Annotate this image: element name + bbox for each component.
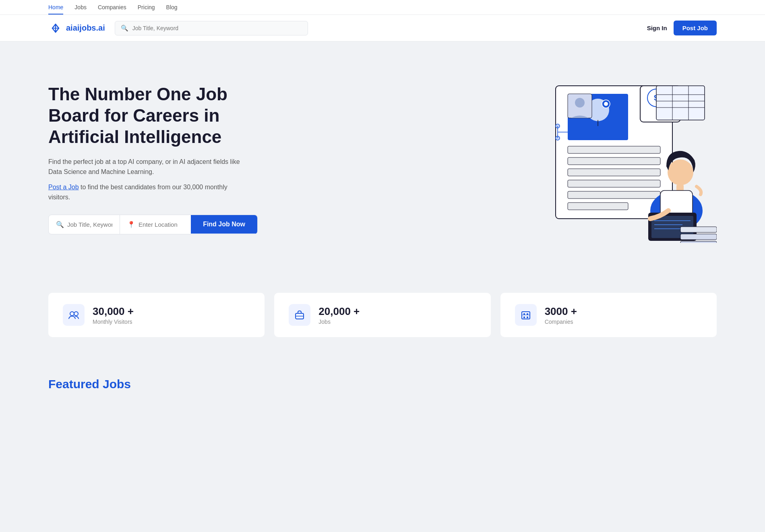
svg-rect-53 xyxy=(527,317,528,318)
post-job-button[interactable]: Post Job xyxy=(674,21,717,35)
svg-rect-52 xyxy=(523,317,525,318)
hero-keyword-field: 🔍 xyxy=(49,215,120,234)
svg-point-11 xyxy=(604,102,608,106)
stat-jobs-label: Jobs xyxy=(318,319,360,325)
stat-companies-icon-wrap xyxy=(515,304,537,326)
hero-location-input[interactable] xyxy=(139,221,184,228)
stat-jobs-info: 20,000 + Jobs xyxy=(318,305,360,325)
svg-rect-50 xyxy=(523,313,525,315)
nav-jobs[interactable]: Jobs xyxy=(74,4,87,14)
header-search-icon: 🔍 xyxy=(121,25,128,32)
stat-visitors-number: 30,000 + xyxy=(93,305,134,318)
header-search-input[interactable] xyxy=(132,25,302,31)
building-icon xyxy=(520,309,531,321)
svg-point-30 xyxy=(668,159,693,185)
svg-rect-39 xyxy=(680,234,717,240)
stat-visitors-icon-wrap xyxy=(63,304,85,326)
top-nav: Home Jobs Companies Pricing Blog xyxy=(0,0,765,15)
hero-section: The Number One Job Board for Careers in … xyxy=(0,41,765,269)
nav-pricing[interactable]: Pricing xyxy=(138,4,155,14)
nav-home[interactable]: Home xyxy=(48,4,63,14)
stat-companies-info: 3000 + Companies xyxy=(545,305,577,325)
svg-rect-38 xyxy=(680,227,717,232)
hero-illustration: $ xyxy=(523,74,717,244)
svg-point-19 xyxy=(575,98,585,108)
svg-rect-4 xyxy=(568,169,660,176)
keyword-search-icon: 🔍 xyxy=(56,221,64,228)
hero-subtitle: Find the perfect job at a top AI company… xyxy=(48,157,250,177)
stat-visitors-info: 30,000 + Monthly Visitors xyxy=(93,305,134,325)
hero-location-field: 📍 xyxy=(120,215,191,234)
stat-visitors-label: Monthly Visitors xyxy=(93,319,134,325)
svg-point-46 xyxy=(74,312,78,316)
hero-post-job-text: Post a Job to find the best candidates f… xyxy=(48,182,250,203)
header: aiaijobs.ai 🔍 Sign In Post Job xyxy=(0,15,765,41)
hero-title: The Number One Job Board for Careers in … xyxy=(48,84,282,147)
hero-content: The Number One Job Board for Careers in … xyxy=(48,84,282,234)
svg-rect-40 xyxy=(680,241,717,243)
stat-card-companies: 3000 + Companies xyxy=(500,293,717,337)
svg-rect-2 xyxy=(568,146,660,153)
users-icon xyxy=(68,309,79,321)
header-search-bar[interactable]: 🔍 xyxy=(115,21,308,35)
briefcase-icon xyxy=(294,309,305,321)
location-pin-icon: 📍 xyxy=(127,221,135,228)
svg-rect-23 xyxy=(656,86,705,120)
logo-icon xyxy=(48,21,63,35)
stats-section: 30,000 + Monthly Visitors 20,000 + Jobs xyxy=(0,269,765,369)
logo[interactable]: aiaijobs.ai xyxy=(48,21,105,35)
stat-card-jobs: 20,000 + Jobs xyxy=(274,293,490,337)
header-actions: Sign In Post Job xyxy=(647,21,717,35)
svg-rect-51 xyxy=(527,313,528,315)
sign-in-button[interactable]: Sign In xyxy=(647,25,667,31)
hero-keyword-input[interactable] xyxy=(67,221,112,228)
hero-search-bar: 🔍 📍 Find Job Now xyxy=(48,215,258,234)
svg-rect-49 xyxy=(522,312,530,319)
hero-post-job-link[interactable]: Post a Job xyxy=(48,184,79,190)
stat-jobs-number: 20,000 + xyxy=(318,305,360,318)
stat-companies-label: Companies xyxy=(545,319,577,325)
nav-companies[interactable]: Companies xyxy=(98,4,126,14)
svg-rect-3 xyxy=(568,157,660,165)
svg-rect-5 xyxy=(568,180,660,187)
stat-card-visitors: 30,000 + Monthly Visitors xyxy=(48,293,265,337)
nav-blog[interactable]: Blog xyxy=(166,4,178,14)
featured-section: Featured Jobs xyxy=(0,369,765,415)
svg-rect-6 xyxy=(568,191,660,199)
find-job-button[interactable]: Find Job Now xyxy=(191,215,257,234)
svg-point-45 xyxy=(70,312,74,316)
svg-rect-7 xyxy=(568,203,628,210)
top-nav-links: Home Jobs Companies Pricing Blog xyxy=(48,0,717,14)
stat-companies-number: 3000 + xyxy=(545,305,577,318)
stat-jobs-icon-wrap xyxy=(289,304,310,326)
logo-text: aiaijobs.ai xyxy=(66,23,105,33)
featured-jobs-title: Featured Jobs xyxy=(48,377,717,391)
